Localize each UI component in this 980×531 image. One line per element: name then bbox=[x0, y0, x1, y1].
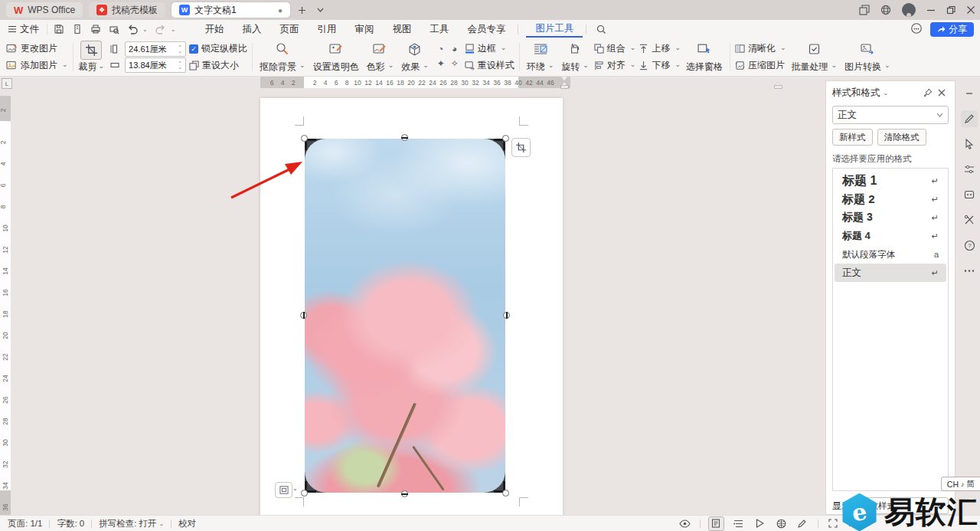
print-preview-button[interactable] bbox=[109, 24, 119, 34]
redo-dropdown[interactable]: ⌄ bbox=[171, 26, 176, 33]
horizontal-ruler[interactable]: 6422468101214161820222426283032343638404… bbox=[260, 77, 570, 88]
style-list-item[interactable]: 标题 4 ↵ bbox=[835, 227, 946, 245]
undo-dropdown[interactable]: ⌄ bbox=[142, 26, 148, 33]
globe-icon[interactable] bbox=[880, 5, 891, 15]
ink-annotation-button[interactable] bbox=[795, 517, 810, 530]
spellcheck-dropdown[interactable]: ⌄ bbox=[159, 520, 165, 527]
menu-tab[interactable]: 引用 bbox=[308, 21, 345, 38]
play-presentation-button[interactable] bbox=[753, 517, 767, 530]
current-style-select[interactable]: 正文 bbox=[832, 106, 949, 124]
eye-protect-icon[interactable] bbox=[678, 517, 692, 530]
collapse-panel-button[interactable] bbox=[961, 85, 978, 102]
restore-button[interactable] bbox=[946, 5, 956, 15]
workspace-icon[interactable] bbox=[859, 5, 870, 15]
resize-handle-bottom[interactable] bbox=[401, 490, 408, 497]
layout-options-button[interactable] bbox=[275, 482, 292, 498]
file-menu-button[interactable]: 文件 bbox=[0, 23, 47, 36]
wrap-button[interactable]: 环绕 bbox=[523, 41, 558, 74]
tab-document-active[interactable]: W 文字文稿1 ● bbox=[172, 2, 290, 18]
menu-tab[interactable]: 工具 bbox=[420, 21, 458, 38]
resize-handle-bottom-right[interactable] bbox=[502, 490, 509, 497]
crop-split-button[interactable]: 裁剪 bbox=[77, 41, 107, 74]
crop-tall-button[interactable] bbox=[108, 42, 122, 56]
page-indicator[interactable]: 页面: 1/1 bbox=[8, 518, 42, 529]
save-button[interactable] bbox=[54, 24, 64, 34]
selected-picture[interactable] bbox=[305, 139, 505, 493]
crop-float-button[interactable] bbox=[511, 138, 531, 157]
print-button[interactable] bbox=[90, 24, 101, 34]
ai-assistant-button[interactable] bbox=[961, 186, 978, 203]
properties-tool-button[interactable] bbox=[961, 161, 978, 178]
effects-button[interactable]: 效果 bbox=[397, 41, 433, 74]
compress-button[interactable]: 压缩图片 bbox=[735, 58, 786, 73]
minimize-button[interactable] bbox=[926, 5, 936, 15]
tab-list-button[interactable] bbox=[313, 3, 327, 17]
close-button[interactable] bbox=[966, 5, 975, 15]
proofread-button[interactable]: 校对 bbox=[178, 518, 196, 529]
first-line-indent-marker[interactable] bbox=[561, 77, 567, 81]
batch-process-button[interactable]: 批量处理 bbox=[787, 41, 841, 74]
style-list-item[interactable]: 标题 2 ↵ bbox=[835, 190, 946, 208]
clear-format-button[interactable]: 清除格式 bbox=[877, 129, 926, 146]
rotate-button[interactable]: 旋转 bbox=[557, 41, 593, 74]
decrease-brightness-button[interactable]: ✧ bbox=[451, 58, 459, 69]
menu-tab[interactable]: 开始 bbox=[195, 21, 233, 38]
vertical-ruler[interactable]: 224681012141618202224262830323436 bbox=[0, 92, 11, 515]
more-tools-button[interactable] bbox=[961, 262, 978, 279]
style-list-item[interactable]: 正文 ↵ bbox=[835, 264, 946, 282]
menu-tab[interactable]: 页面 bbox=[270, 21, 308, 38]
right-indent-base[interactable] bbox=[775, 86, 782, 88]
increase-brightness-button[interactable]: ✦ bbox=[437, 58, 445, 69]
help-button[interactable]: ? bbox=[961, 237, 978, 254]
resize-handle-top-left[interactable] bbox=[301, 135, 308, 142]
reset-style-button[interactable]: 重设样式 bbox=[465, 58, 514, 73]
height-input[interactable]: 24.61厘米 ⌃⌄ bbox=[125, 41, 186, 57]
undo-button[interactable] bbox=[127, 25, 138, 34]
height-stepper[interactable]: ⌃⌄ bbox=[178, 45, 182, 53]
selection-pane-button[interactable]: 选择窗格 bbox=[682, 41, 727, 74]
pin-icon[interactable] bbox=[921, 86, 935, 100]
cherry-blossom-photo[interactable] bbox=[305, 139, 505, 493]
convert-picture-button[interactable]: 图片转换 bbox=[841, 41, 894, 74]
outline-view-button[interactable] bbox=[731, 517, 746, 530]
set-transparent-button[interactable]: 设置透明色 bbox=[309, 41, 363, 74]
resize-handle-top-right[interactable] bbox=[502, 135, 509, 142]
add-picture-button[interactable]: 添加图片 bbox=[6, 58, 68, 73]
style-list-item[interactable]: 标题 3 ↵ bbox=[835, 208, 946, 227]
page-view-button[interactable] bbox=[708, 516, 724, 531]
resize-handle-left[interactable] bbox=[300, 312, 307, 319]
left-indent-marker[interactable] bbox=[561, 86, 568, 88]
menu-tab[interactable]: 审阅 bbox=[345, 21, 383, 38]
output-pdf-button[interactable] bbox=[72, 24, 83, 34]
reset-size-button[interactable]: 重设大小 bbox=[189, 58, 247, 73]
remove-background-button[interactable]: 抠除背景 bbox=[256, 41, 309, 74]
tab-wps-office[interactable]: W WPS Office bbox=[6, 2, 83, 18]
align-button[interactable]: 对齐 bbox=[594, 58, 636, 73]
select-tool-button[interactable] bbox=[961, 136, 978, 152]
styles-tool-button[interactable] bbox=[961, 110, 978, 127]
spellcheck-status[interactable]: 拼写检查: 打开 bbox=[99, 518, 156, 529]
menu-tab[interactable]: 插入 bbox=[233, 21, 270, 38]
web-layout-button[interactable] bbox=[774, 517, 789, 530]
sharpen-button[interactable]: 清晰化 bbox=[735, 41, 786, 56]
tab-stop-selector[interactable]: L bbox=[2, 78, 12, 89]
resize-handle-top[interactable] bbox=[401, 134, 408, 141]
share-button[interactable]: 分享 bbox=[930, 22, 974, 37]
color-button[interactable]: 色彩 bbox=[363, 41, 398, 74]
layout-options-dropdown[interactable]: ⌄ bbox=[292, 485, 298, 492]
tab-template[interactable]: ❖ 找稿壳模板 bbox=[89, 2, 165, 18]
increase-contrast-button[interactable]: ◔ bbox=[438, 44, 443, 54]
width-stepper[interactable]: ⌃⌄ bbox=[178, 61, 182, 69]
panel-title-dropdown[interactable]: ⌄ bbox=[884, 90, 889, 97]
crop-button[interactable] bbox=[80, 41, 102, 60]
fit-page-button[interactable] bbox=[826, 517, 841, 530]
new-tab-button[interactable] bbox=[295, 3, 309, 17]
menu-tab[interactable]: 会员专享 bbox=[458, 21, 514, 38]
move-down-button[interactable]: 下移 bbox=[639, 58, 681, 73]
search-button[interactable] bbox=[594, 22, 608, 36]
crop-wide-button[interactable] bbox=[108, 58, 122, 72]
change-picture-button[interactable]: 更改图片 bbox=[6, 41, 68, 56]
redo-button[interactable] bbox=[155, 25, 166, 34]
width-input[interactable]: 13.84厘米 ⌃⌄ bbox=[125, 57, 186, 73]
lock-aspect-checkbox[interactable]: ✓ 锁定纵横比 bbox=[189, 41, 247, 56]
